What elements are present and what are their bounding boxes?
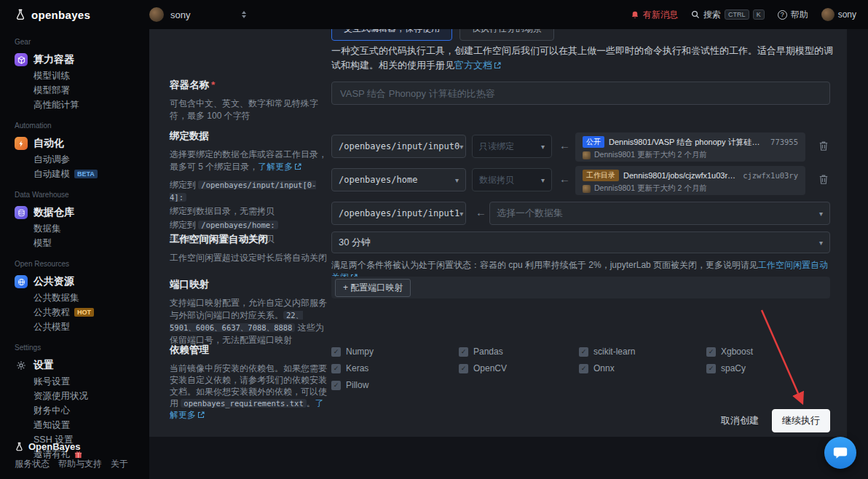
checkbox-checked[interactable]: ✓ <box>331 364 341 373</box>
ports-label-block: 端口映射 支持端口映射配置，允许自定义内部服务与外部访问端口的对应关系。22、5… <box>170 278 327 347</box>
chevron-down-icon: ▾ <box>541 176 545 184</box>
chat-widget-button[interactable] <box>824 437 856 469</box>
mount-path-select[interactable]: /openbayes/input/input1▾ <box>331 202 466 225</box>
checkbox-checked[interactable]: ✓ <box>706 364 716 373</box>
container-name-hint: 可包含中文、英文、数字和常见特殊字符，最多 100 个字符 <box>170 98 327 122</box>
checkbox-checked[interactable]: ✓ <box>579 347 588 357</box>
flask-icon <box>15 442 24 451</box>
section-header-open-resources: Open Resources <box>15 260 149 268</box>
footer-link-about[interactable]: 关于 <box>111 458 128 470</box>
tab-script-execution[interactable]: 仅执行任务的场景 <box>459 29 554 41</box>
external-link-icon <box>494 62 501 69</box>
sidebar-item-public-models[interactable]: 公共模型 <box>15 320 149 334</box>
chevron-down-icon: ▾ <box>541 143 545 151</box>
dependency-item: ✓spaCy <box>706 363 830 373</box>
continue-button[interactable]: 继续执行 <box>772 409 830 432</box>
footer-link-service-status[interactable]: 服务状态 <box>15 458 50 470</box>
main-content: 交互式编辑器；保存使用 仅执行任务的场景 一种交互式的代码执行工具，创建工作空间… <box>149 29 868 479</box>
chevron-down-icon: ▾ <box>819 239 823 247</box>
openbayes-logo[interactable]: openbayes <box>0 9 149 21</box>
key-k: K <box>753 9 765 20</box>
sidebar-item-public-tutorials[interactable]: 公共教程 HOT <box>15 305 149 320</box>
tab-workspace[interactable]: 交互式编辑器；保存使用 <box>331 29 452 41</box>
footer-brand: OpenBayes <box>15 441 128 452</box>
binding-row: /openbayes/input/input1▾ ← 选择一个数据集▾ <box>331 199 830 229</box>
help-label: 帮助 <box>791 9 808 21</box>
add-port-mapping-button[interactable]: + 配置端口映射 <box>335 279 411 297</box>
sidebar-item-compute-container[interactable]: 算力容器 <box>15 51 149 68</box>
binding-learn-more-link[interactable]: 了解更多 <box>258 162 301 172</box>
sidebar-item-models[interactable]: 模型 <box>15 236 149 250</box>
docs-link[interactable]: 官方文档 <box>454 60 501 71</box>
binding-hint: 选择要绑定的数据仓库或容器工作目录，最多可 5 个绑定目录，了解更多 <box>170 149 327 173</box>
sidebar-item-model-training[interactable]: 模型训练 <box>15 68 149 83</box>
workspace-avatar <box>149 7 164 22</box>
help-button[interactable]: ? 帮助 <box>778 9 808 21</box>
search-icon <box>691 10 700 19</box>
notifications-button[interactable]: 有新消息 <box>631 9 678 21</box>
sidebar-item-account-settings[interactable]: 账号设置 <box>15 374 149 389</box>
checkbox-checked[interactable]: ✓ <box>706 347 716 357</box>
container-name-input[interactable] <box>331 82 830 105</box>
dependency-label: scikit-learn <box>593 347 635 357</box>
user-menu[interactable]: sony <box>821 8 856 21</box>
sidebar-item-auto-tuning[interactable]: 自动调参 <box>15 152 149 167</box>
mount-mode-select[interactable]: 只读绑定▾ <box>472 135 552 158</box>
logo-text: openbayes <box>31 9 90 21</box>
cancel-create-button[interactable]: 取消创建 <box>721 414 759 427</box>
section-header-gear: Gear <box>15 38 149 46</box>
sidebar-item-resource-usage[interactable]: 资源使用状况 <box>15 389 149 403</box>
sidebar-item-billing-center[interactable]: 财务中心 <box>15 403 149 418</box>
search-label: 搜索 <box>703 9 721 21</box>
sidebar-item-data-warehouse[interactable]: 数据仓库 <box>15 204 149 221</box>
sidebar-item-auto-modeling[interactable]: 自动建模 BETA <box>15 167 149 181</box>
path-code: /openbayes/home: <box>198 221 277 229</box>
required-asterisk: * <box>211 79 215 90</box>
checkbox-checked[interactable]: ✓ <box>459 347 468 357</box>
idle-timeout-select[interactable]: 30 分钟▾ <box>331 231 830 253</box>
dataset-picker-select[interactable]: 选择一个数据集▾ <box>489 202 830 225</box>
dependency-item: ✓Pillow <box>331 380 459 390</box>
section-header-automation: Automation <box>15 122 149 130</box>
checkbox-checked[interactable]: ✓ <box>459 364 468 373</box>
checkbox-checked[interactable]: ✓ <box>331 347 341 357</box>
search-button[interactable]: 搜索 CTRL K <box>691 9 765 21</box>
sidebar-item-public-resources[interactable]: 公共资源 <box>15 273 149 290</box>
delete-binding-button[interactable] <box>818 140 829 154</box>
sidebar-item-datasets[interactable]: 数据集 <box>15 221 149 236</box>
dependency-label: OpenCV <box>473 363 507 373</box>
sidebar-item-settings[interactable]: 设置 <box>15 357 149 374</box>
mount-mode-select[interactable]: 数据拷贝▾ <box>472 168 552 191</box>
footer-link-support[interactable]: 帮助与支持 <box>58 458 102 470</box>
delete-binding-button[interactable] <box>818 174 829 188</box>
external-link-icon <box>197 411 205 419</box>
sidebar-item-model-deploy[interactable]: 模型部署 <box>15 83 149 98</box>
dependency-item: ✓Keras <box>331 363 459 373</box>
mount-path-select[interactable]: /openbayes/input/input0▾ <box>331 135 466 158</box>
form-actions: 取消创建 继续执行 <box>721 409 830 432</box>
workspace-switcher[interactable]: sony <box>149 7 259 22</box>
cube-icon <box>15 53 28 66</box>
dataset-meta: Dennis9801 更新于大约 2 个月前 <box>594 183 707 194</box>
sidebar-item-label: 自动建模 <box>33 168 70 181</box>
dataset-title: Dennis9801/VASP 结合 phonopy 计算硅的比热容/1 <box>609 137 766 148</box>
mount-path-select[interactable]: /openbayes/home▾ <box>331 168 466 191</box>
section-header-data-warehouse: Data Warehouse <box>15 191 149 199</box>
container-name-label-block: 容器名称* 可包含中文、英文、数字和常见特殊字符，最多 100 个字符 <box>170 79 327 122</box>
sidebar-item-notification-settings[interactable]: 通知设置 <box>15 418 149 432</box>
sidebar-item-public-datasets[interactable]: 公共数据集 <box>15 290 149 305</box>
dataset-card[interactable]: 工作目录 Dennis9801/jobs/cjzwfx1u03ry/output… <box>575 166 805 195</box>
sidebar-item-automation[interactable]: 自动化 <box>15 135 149 152</box>
dataset-card[interactable]: 公开 Dennis9801/VASP 结合 phonopy 计算硅的比热容/1 … <box>575 132 805 162</box>
sidebar-item-hpc[interactable]: 高性能计算 <box>15 98 149 112</box>
checkbox-checked[interactable]: ✓ <box>579 364 588 373</box>
section-header-settings: Settings <box>15 344 149 352</box>
idle-title: 工作空间闲置自动关闭 <box>170 233 327 246</box>
trash-icon <box>818 140 829 151</box>
sidebar-item-label: 算力容器 <box>33 53 74 66</box>
requirements-file-code: openbayes_requirements.txt <box>181 399 306 408</box>
dependency-label: spaCy <box>721 363 746 373</box>
checkbox-checked[interactable]: ✓ <box>331 381 341 390</box>
deps-title: 依赖管理 <box>170 344 327 357</box>
container-name-title: 容器名称* <box>170 79 327 92</box>
